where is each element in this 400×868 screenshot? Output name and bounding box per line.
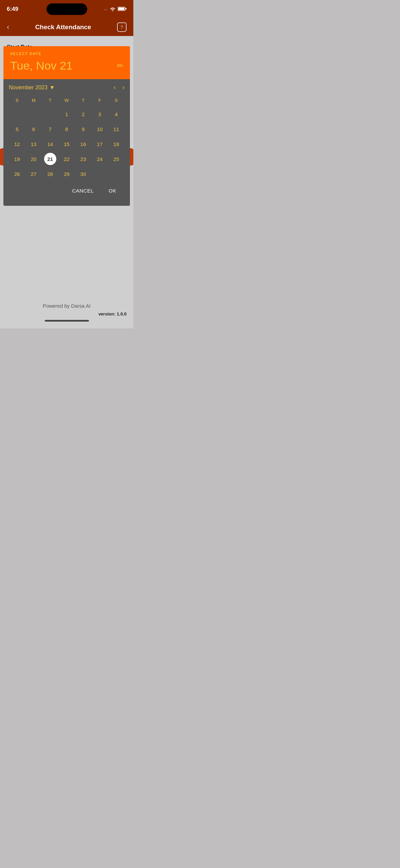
day-cell[interactable]: 4 [110,108,122,120]
day-cell [11,108,23,120]
day-cell[interactable]: 17 [94,138,106,150]
calendar-picker: SELECT DATE Tue, Nov 21 ✏ November 2023 … [3,46,130,206]
day-cell[interactable]: 20 [27,153,40,165]
day-cell[interactable]: 12 [11,138,23,150]
weekday-label: T [42,96,58,104]
day-cell[interactable]: 23 [77,153,89,165]
day-cell[interactable]: 19 [11,153,23,165]
month-year-button[interactable]: November 2023 ▼ [9,85,55,91]
day-cell[interactable]: 15 [60,138,73,150]
home-indicator [45,320,89,322]
select-date-label: SELECT DATE [10,52,123,56]
calendar-actions: CANCEL OK [9,181,125,200]
battery-icon [118,6,127,12]
day-cell[interactable]: 6 [27,123,40,135]
day-cell [27,108,40,120]
dropdown-icon: ▼ [50,85,55,91]
weekday-label: F [92,96,108,104]
day-cell[interactable]: 30 [77,168,89,180]
ok-button[interactable]: OK [106,186,119,195]
help-button[interactable]: ? [117,22,127,32]
day-cell[interactable]: 14 [44,138,56,150]
day-cell [44,108,56,120]
selected-date-text: Tue, Nov 21 [10,59,73,72]
day-cell[interactable]: 21 [44,153,56,165]
day-cell[interactable]: 29 [60,168,73,180]
status-icons: ··· [104,6,127,12]
month-nav: November 2023 ▼ ‹ › [9,84,125,91]
prev-month-button[interactable]: ‹ [114,84,116,91]
day-cell [94,168,106,180]
weekday-label: M [25,96,42,104]
day-cell[interactable]: 9 [77,123,89,135]
page-title: Check Attendance [35,23,91,31]
day-cell[interactable]: 18 [110,138,122,150]
status-time: 6:49 [7,6,18,13]
day-cell[interactable]: 11 [110,123,122,135]
day-cell[interactable]: 5 [11,123,23,135]
edit-icon[interactable]: ✏ [117,61,123,70]
selected-date-row: Tue, Nov 21 ✏ [10,59,123,72]
cancel-button[interactable]: CANCEL [69,186,96,195]
weekday-label: S [9,96,25,104]
weekday-label: T [75,96,92,104]
day-cell[interactable]: 16 [77,138,89,150]
wifi-icon [110,6,116,12]
status-bar: 6:49 ··· [0,0,133,18]
day-cell [110,168,122,180]
svg-rect-2 [126,8,127,10]
svg-rect-1 [118,7,125,10]
back-button[interactable]: ‹ [7,23,9,32]
day-cell[interactable]: 13 [27,138,40,150]
day-cell[interactable]: 3 [94,108,106,120]
month-year-text: November 2023 [9,85,47,91]
powered-by-text: Powered by Darsa AI [0,303,133,309]
next-month-button[interactable]: › [122,84,125,91]
nav-bar: ‹ Check Attendance ? [0,18,133,36]
day-cell[interactable]: 22 [60,153,73,165]
day-cell[interactable]: 1 [60,108,73,120]
day-cell[interactable]: 2 [77,108,89,120]
weekday-label: S [108,96,125,104]
dynamic-island [46,3,87,15]
weekday-label: W [58,96,75,104]
day-cell[interactable]: 28 [44,168,56,180]
footer: Powered by Darsa AI version: 1.0.0 [0,289,133,328]
day-cell[interactable]: 27 [27,168,40,180]
day-cell[interactable]: 8 [60,123,73,135]
calendar-body: November 2023 ▼ ‹ › SMTWTFS 123456789101… [3,79,130,206]
day-cell[interactable]: 24 [94,153,106,165]
version-text: version: 1.0.0 [0,311,133,317]
days-grid[interactable]: 1234567891011121314151617181920212223242… [9,107,125,181]
weekdays-row: SMTWTFS [9,96,125,104]
day-cell[interactable]: 26 [11,168,23,180]
calendar-header: SELECT DATE Tue, Nov 21 ✏ [3,46,130,79]
day-cell[interactable]: 10 [94,123,106,135]
day-cell[interactable]: 25 [110,153,122,165]
page-background: Start Date SELECT DATE Tue, Nov 21 ✏ Nov… [0,36,133,289]
signal-icon: ··· [104,7,108,12]
day-cell[interactable]: 7 [44,123,56,135]
month-arrows: ‹ › [114,84,125,91]
